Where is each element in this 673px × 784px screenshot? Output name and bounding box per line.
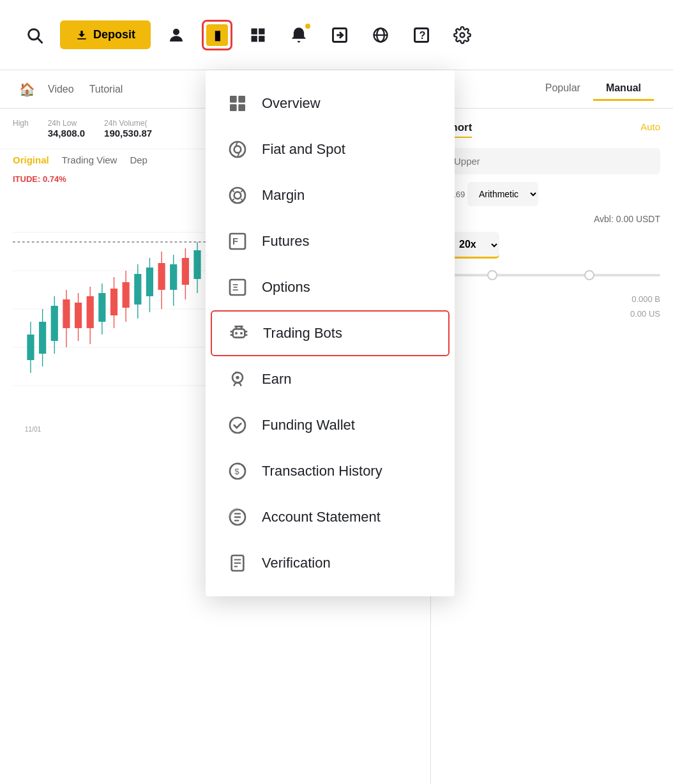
wallet-icon[interactable]: ▮	[202, 20, 232, 50]
svg-rect-73	[230, 96, 237, 103]
right-tabs: Popular Manual	[533, 77, 654, 101]
menu-item-margin[interactable]: Margin	[206, 172, 455, 218]
profile-icon[interactable]	[161, 20, 192, 50]
svg-rect-2	[77, 38, 86, 40]
menu-item-funding-wallet[interactable]: Funding Wallet	[206, 402, 455, 448]
menu-item-options[interactable]: Ξ Options	[206, 264, 455, 310]
svg-rect-6	[252, 36, 257, 41]
wallet-dropdown-menu: Overview Fiat and Spot Margin	[206, 70, 455, 596]
slider-track	[444, 274, 660, 276]
verification-label: Verification	[262, 555, 331, 571]
svg-rect-44	[158, 263, 165, 290]
svg-rect-34	[98, 293, 105, 322]
slider-row[interactable]	[444, 269, 660, 282]
svg-point-89	[240, 332, 243, 335]
leverage-row: 20x	[444, 232, 660, 259]
settings-icon[interactable]	[447, 20, 478, 50]
svg-rect-46	[170, 264, 177, 290]
search-icon[interactable]	[19, 20, 50, 50]
top-bar-left: Deposit ▮	[19, 20, 654, 50]
options-label: Options	[262, 279, 310, 296]
home-icon[interactable]: 🏠	[19, 82, 35, 97]
menu-item-account-statement[interactable]: Account Statement	[206, 494, 455, 540]
low-label: 24h Low	[48, 119, 85, 128]
deposit-button[interactable]: Deposit	[60, 20, 151, 49]
svg-point-88	[235, 332, 238, 335]
balance1: 0.000 B	[444, 292, 660, 306]
top-bar: Deposit ▮	[0, 0, 673, 70]
stat-high: High	[13, 119, 29, 139]
futures-label: Futures	[262, 233, 310, 250]
menu-item-fiat-spot[interactable]: Fiat and Spot	[206, 126, 455, 172]
chart-tab-original[interactable]: Original	[13, 155, 49, 165]
account-statement-icon	[226, 506, 249, 529]
svg-rect-22	[27, 335, 34, 360]
svg-rect-50	[193, 250, 200, 279]
short-long-tabs: Short Auto	[444, 121, 660, 138]
svg-rect-24	[39, 322, 46, 354]
futures-icon: F	[226, 230, 249, 253]
portfolio-icon[interactable]	[243, 20, 273, 50]
menu-item-transaction-history[interactable]: $ Transaction History	[206, 448, 455, 494]
svg-rect-40	[134, 274, 141, 305]
auto-label[interactable]: Auto	[640, 121, 660, 138]
verification-icon	[226, 552, 249, 575]
transaction-history-icon: $	[226, 460, 249, 483]
svg-rect-42	[146, 268, 153, 296]
svg-text:$: $	[234, 467, 239, 476]
fiat-icon	[226, 138, 249, 161]
svg-rect-74	[238, 96, 245, 103]
menu-item-verification[interactable]: Verification	[206, 540, 455, 586]
svg-point-0	[29, 29, 39, 39]
slider-thumb-right[interactable]	[584, 270, 594, 280]
earn-icon	[226, 368, 249, 391]
wallet-icon-inner: ▮	[206, 24, 228, 46]
tab-manual[interactable]: Manual	[593, 77, 654, 101]
upper-input[interactable]	[444, 148, 660, 174]
fiat-spot-label: Fiat and Spot	[262, 141, 345, 158]
upper-input-row	[444, 148, 660, 174]
svg-point-82	[234, 192, 241, 199]
stat-low: 24h Low 34,808.0	[48, 119, 85, 139]
stat-volume: 24h Volume( 190,530.87	[104, 119, 152, 139]
notification-dot	[305, 24, 310, 29]
svg-rect-76	[238, 104, 245, 111]
low-value: 34,808.0	[48, 128, 85, 139]
chart-tab-tradingview[interactable]: Trading View	[62, 155, 117, 165]
menu-item-futures[interactable]: F Futures	[206, 218, 455, 264]
funding-wallet-label: Funding Wallet	[262, 417, 355, 433]
svg-rect-75	[230, 104, 237, 111]
nav-video[interactable]: Video	[48, 84, 74, 95]
overview-icon	[226, 92, 249, 115]
trading-bots-label: Trading Bots	[263, 325, 342, 342]
bell-icon[interactable]	[284, 20, 314, 50]
transfer-icon[interactable]	[324, 20, 355, 50]
svg-line-1	[38, 38, 42, 42]
menu-item-earn[interactable]: Earn	[206, 356, 455, 402]
options-icon: Ξ	[226, 276, 249, 299]
svg-text:?: ?	[420, 29, 426, 40]
svg-rect-4	[252, 28, 257, 34]
help-icon[interactable]: ?	[406, 20, 437, 50]
svg-rect-32	[87, 296, 94, 328]
menu-item-overview[interactable]: Overview	[206, 80, 455, 126]
slider-thumb-left[interactable]	[487, 270, 497, 280]
high-label: High	[13, 119, 29, 128]
svg-rect-7	[259, 36, 264, 41]
tab-popular[interactable]: Popular	[533, 77, 593, 101]
menu-item-trading-bots[interactable]: Trading Bots	[211, 310, 450, 356]
margin-label: Margin	[262, 187, 305, 204]
svg-rect-48	[182, 258, 189, 285]
svg-text:Ξ: Ξ	[232, 282, 238, 292]
svg-rect-38	[123, 282, 130, 308]
funding-wallet-icon	[226, 414, 249, 437]
svg-point-98	[236, 376, 239, 379]
arithmetic-select[interactable]: Arithmetic	[467, 182, 538, 206]
volume-value: 190,530.87	[104, 128, 152, 139]
nav-tutorial[interactable]: Tutorial	[89, 84, 123, 95]
svg-rect-26	[51, 306, 58, 341]
chart-tab-dep[interactable]: Dep	[130, 155, 147, 165]
right-panel: Short Auto 2-169 Arithmetic Avbl: 0.00 U…	[430, 109, 673, 784]
globe-icon[interactable]	[365, 20, 396, 50]
account-statement-label: Account Statement	[262, 509, 381, 525]
